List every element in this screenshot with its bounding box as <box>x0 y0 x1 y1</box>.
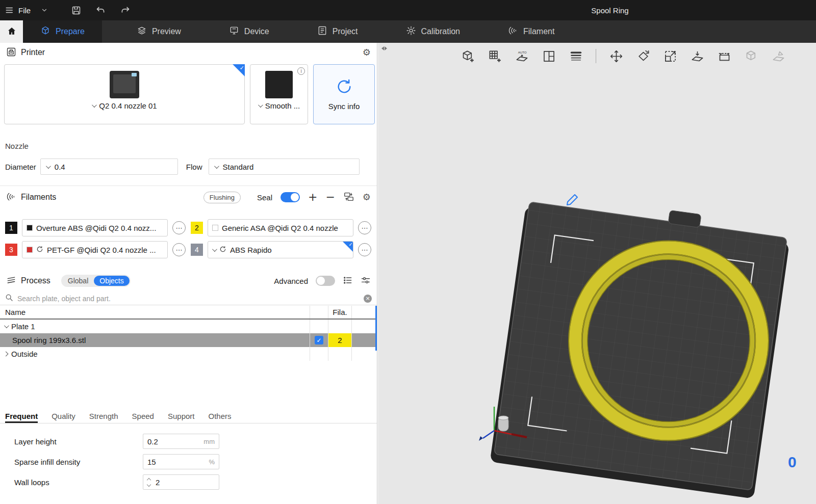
remove-filament-button[interactable]: − <box>325 192 335 203</box>
save-button[interactable] <box>67 2 85 19</box>
home-button[interactable] <box>0 20 23 43</box>
tab-speed[interactable]: Speed <box>132 412 154 423</box>
tree-row-outside[interactable]: Outside <box>0 347 377 361</box>
undo-button[interactable] <box>92 2 109 19</box>
object-filament-badge[interactable]: 2 <box>328 333 351 347</box>
document-title: Spool Ring <box>591 0 628 20</box>
project-icon <box>317 25 327 38</box>
diameter-label: Diameter <box>5 163 36 171</box>
tab-filament[interactable]: Filament <box>495 20 568 43</box>
tab-preview[interactable]: Preview <box>123 20 194 43</box>
layer-height-input[interactable]: 0.2 mm <box>143 434 219 449</box>
auto-orient-icon[interactable]: AUTO <box>513 47 531 65</box>
filament-2-menu-button[interactable]: ⋯ <box>358 221 371 234</box>
tree-row-plate1[interactable]: Plate 1 <box>0 320 377 333</box>
search-clear-icon[interactable]: × <box>364 295 372 303</box>
tab-device[interactable]: Device <box>216 20 283 43</box>
build-plate[interactable] <box>490 190 792 498</box>
outside-row-label: Outside <box>11 350 38 358</box>
object-tree: Name Fila. Plate 1 Spool ring 199x3.6.st… <box>0 306 377 361</box>
build-plate-scene[interactable] <box>378 43 816 504</box>
scope-objects-button[interactable]: Objects <box>94 276 129 286</box>
plate-type-card[interactable]: i Smooth ... <box>250 64 308 124</box>
filaments-section-title: Filaments <box>21 193 56 202</box>
plate-edit-icon[interactable] <box>567 195 577 205</box>
filament-3-menu-button[interactable]: ⋯ <box>172 243 186 256</box>
tab-others[interactable]: Others <box>209 412 232 423</box>
chevron-down-icon <box>212 247 217 252</box>
filament-settings-gear-icon[interactable]: ⚙ <box>363 193 371 202</box>
advanced-toggle[interactable] <box>316 276 335 286</box>
chevron-down-icon[interactable] <box>4 323 9 328</box>
section-divider <box>0 185 377 186</box>
flushing-button[interactable]: Flushing <box>203 192 241 203</box>
tab-device-label: Device <box>244 27 269 36</box>
seal-label: Seal <box>257 193 272 202</box>
main-tabbar: Prepare Preview Device Project Calibrati… <box>0 20 816 43</box>
sync-info-button[interactable]: Sync info <box>313 64 375 124</box>
tree-scrollbar[interactable] <box>375 306 377 351</box>
scale-icon[interactable] <box>661 47 679 65</box>
tab-quality[interactable]: Quality <box>52 412 75 423</box>
object-row-label: Spool ring 199x3.6.stl <box>12 336 86 344</box>
tab-strength[interactable]: Strength <box>89 412 118 423</box>
tab-calibration[interactable]: Calibration <box>393 20 473 43</box>
file-chevron-button[interactable] <box>36 2 53 19</box>
cut-icon[interactable] <box>715 47 733 65</box>
layer-height-unit: mm <box>203 438 215 445</box>
scope-segmented-control: Global Objects <box>61 275 131 287</box>
place-on-face-icon[interactable] <box>688 47 706 65</box>
tab-prepare[interactable]: Prepare <box>23 20 102 43</box>
parameter-list-icon[interactable] <box>343 275 353 287</box>
flow-label: Flow <box>186 163 202 171</box>
variable-layer-height-icon[interactable] <box>567 47 585 65</box>
add-filament-button[interactable]: + <box>308 192 317 203</box>
printer-selector-card[interactable]: ✓ Q2 0.4 nozzle 01 <box>4 64 245 124</box>
filament-2-field[interactable]: Generic ASA @Qidi Q2 0.4 nozzle <box>208 219 353 236</box>
rotate-icon[interactable] <box>634 47 652 65</box>
filament-1-badge: 1 <box>5 222 17 234</box>
nozzle-diameter-select[interactable]: 0.4 <box>40 158 178 175</box>
filament-4-menu-button[interactable]: ⋯ <box>358 243 371 256</box>
filament-3-field[interactable]: PET-GF @Qidi Q2 0.4 nozzle ... <box>22 241 168 258</box>
stepper-arrows-icon[interactable] <box>147 479 154 486</box>
printer-settings-gear-icon[interactable]: ⚙ <box>363 48 371 57</box>
flow-select[interactable]: Standard <box>209 158 360 175</box>
filament-2-name: Generic ASA @Qidi Q2 0.4 nozzle <box>222 224 349 232</box>
tab-prepare-label: Prepare <box>56 27 85 36</box>
plate-info-icon[interactable]: i <box>297 67 305 75</box>
tab-project[interactable]: Project <box>304 20 371 43</box>
plate-number-label[interactable]: 0 <box>788 454 799 471</box>
tune-options-icon[interactable] <box>361 275 371 287</box>
move-icon[interactable] <box>607 47 625 65</box>
chevron-right-icon[interactable] <box>4 352 9 357</box>
panel-collapse-toggle[interactable] <box>379 44 389 53</box>
search-input[interactable] <box>17 295 360 303</box>
calibration-icon <box>406 25 416 38</box>
viewport-3d[interactable]: AUTO <box>378 43 816 504</box>
filament-4-field[interactable]: ABS Rapido ✓ <box>208 241 353 258</box>
plate-type-name: Smooth ... <box>265 101 300 110</box>
filament-exchange-icon[interactable] <box>343 191 354 204</box>
scope-global-button[interactable]: Global <box>62 276 94 286</box>
filament-3-badge: 3 <box>5 244 17 256</box>
object-checkbox[interactable]: ✓ <box>315 336 323 344</box>
filament-1-color-swatch <box>27 225 33 231</box>
infill-density-input[interactable]: 15 % <box>143 454 219 469</box>
seal-toggle[interactable] <box>280 192 300 202</box>
filament-4-badge: 4 <box>191 244 203 256</box>
filament-1-menu-button[interactable]: ⋯ <box>172 221 186 234</box>
arrange-icon[interactable] <box>540 47 558 65</box>
wall-loops-stepper[interactable]: 2 <box>143 474 219 490</box>
tab-support[interactable]: Support <box>168 412 195 423</box>
sidebar: Printer ⚙ ✓ Q2 0.4 nozzle 01 i Smooth ..… <box>0 43 377 504</box>
search-bar: × <box>0 292 377 305</box>
file-menu[interactable]: File <box>0 0 36 20</box>
add-plate-icon[interactable] <box>486 47 504 65</box>
add-object-icon[interactable] <box>458 47 477 65</box>
filament-1-field[interactable]: Overture ABS @Qidi Q2 0.4 nozz... <box>22 219 168 236</box>
printer-panel-icon <box>6 47 16 59</box>
tree-row-spool-ring[interactable]: Spool ring 199x3.6.stl ✓ 2 <box>0 333 377 347</box>
tab-frequent[interactable]: Frequent <box>5 412 38 423</box>
redo-button[interactable] <box>116 2 134 19</box>
